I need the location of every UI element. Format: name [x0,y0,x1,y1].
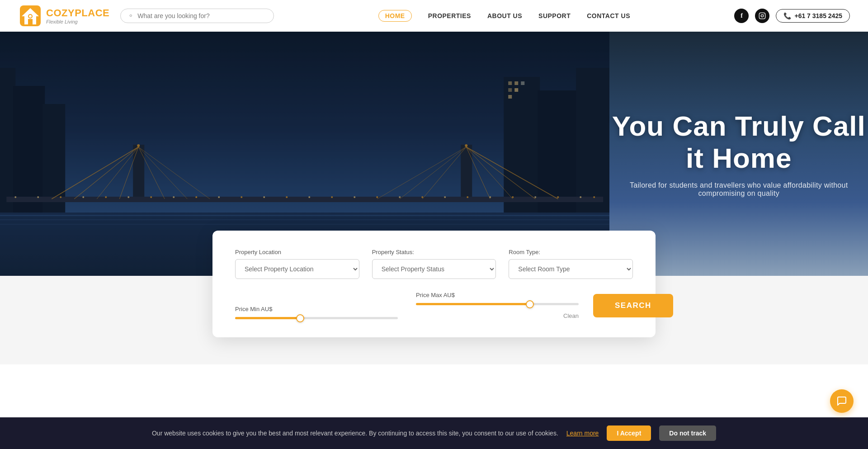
phone-number: +61 7 3185 2425 [794,12,842,19]
dropdowns-row: Property Location Select Property Locati… [235,249,633,279]
navbar-left: COZYPLACE Flexible Living ⚬ [18,4,274,28]
price-max-range[interactable] [416,303,579,305]
range-thumb-max[interactable] [526,300,534,308]
range-track-min [235,317,398,319]
logo-text: COZYPLACE Flexible Living [46,7,109,24]
location-select[interactable]: Select Property Location [235,259,359,279]
nav-item-support[interactable]: SUPPORT [538,12,571,19]
nav-item-contact[interactable]: CONTACT US [587,12,630,19]
price-max-group: Price Max AU$ Clean [416,292,579,319]
chat-button[interactable] [830,389,854,413]
search-button[interactable]: SEARCH [593,294,673,317]
logo-brand: COZYPLACE [46,7,109,19]
hero-content: You Can Truly Call it Home Tailored for … [609,110,868,198]
price-max-label: Price Max AU$ [416,292,579,298]
instagram-icon[interactable] [755,9,769,23]
svg-point-6 [764,14,764,14]
room-type-group: Room Type: Select Room Type [509,249,633,279]
svg-point-3 [29,15,32,18]
price-sliders: Price Min AU$ Price Max AU$ Clean [235,292,579,319]
room-type-select[interactable]: Select Room Type [509,259,633,279]
price-min-label: Price Min AU$ [235,306,398,312]
cookie-decline-button[interactable]: Do not track [659,425,716,441]
price-min-range[interactable] [235,317,398,319]
cookie-banner: Our website uses cookies to give you the… [0,417,868,449]
phone-button[interactable]: 📞 +61 7 3185 2425 [776,9,850,23]
nav-item-home[interactable]: HOME [378,10,412,22]
svg-rect-4 [760,13,765,19]
chat-icon [836,396,847,406]
facebook-icon[interactable]: f [734,9,749,23]
navbar: COZYPLACE Flexible Living ⚬ HOME PROPERT… [0,0,868,32]
phone-icon: 📞 [783,12,791,19]
search-input[interactable] [137,12,266,19]
price-min-group: Price Min AU$ [235,306,398,319]
nav-item-about[interactable]: ABOUT US [487,12,522,19]
price-row: Price Min AU$ Price Max AU$ Clean [235,292,633,319]
cookie-accept-button[interactable]: I Accept [607,425,651,441]
svg-point-5 [761,14,764,17]
logo[interactable]: COZYPLACE Flexible Living [18,4,109,28]
cookie-message: Our website uses cookies to give you the… [152,430,558,437]
room-type-label: Room Type: [509,249,633,255]
nav-item-properties[interactable]: PROPERTIES [428,12,471,19]
search-panel-wrapper: Property Location Select Property Locati… [0,276,868,364]
hero-subtitle: Tailored for students and travellers who… [609,181,868,198]
navbar-right: f 📞 +61 7 3185 2425 [734,9,850,23]
cookie-learn-more-link[interactable]: Learn more [566,430,599,437]
logo-icon [18,4,42,28]
search-box[interactable]: ⚬ [120,9,274,23]
range-thumb-min[interactable] [296,314,304,322]
main-nav: HOME PROPERTIES ABOUT US SUPPORT CONTACT… [378,10,630,22]
status-group: Property Status: Select Property Status [372,249,496,279]
range-track-max [416,303,579,305]
location-label: Property Location [235,249,359,255]
location-group: Property Location Select Property Locati… [235,249,359,279]
status-label: Property Status: [372,249,496,255]
clean-label: Clean [416,312,579,319]
status-select[interactable]: Select Property Status [372,259,496,279]
logo-tagline: Flexible Living [46,19,109,24]
search-icon: ⚬ [128,12,134,20]
search-panel: Property Location Select Property Locati… [212,231,656,337]
hero-title: You Can Truly Call it Home [609,110,868,174]
